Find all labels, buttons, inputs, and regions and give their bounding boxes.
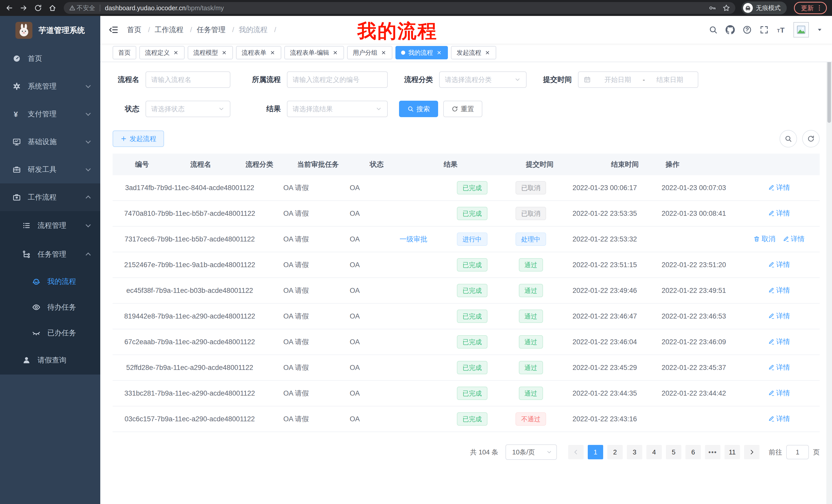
view-tab[interactable]: 发起流程 — [451, 46, 496, 59]
view-tab[interactable]: 流程表单 — [236, 46, 281, 59]
parent-process-input[interactable] — [287, 72, 388, 88]
sidebar-item[interactable]: 任务管理 — [0, 240, 100, 269]
address-bar[interactable]: 不安全 dashboard.yudao.iocoder.cn /bpm/task… — [64, 2, 735, 14]
detail-link[interactable]: 详情 — [768, 311, 790, 320]
bookmark-star-icon[interactable] — [723, 4, 730, 12]
annotation-overlay: 我的流程 — [357, 19, 438, 44]
reload-button[interactable] — [32, 2, 44, 14]
page-number-button[interactable]: 6 — [685, 445, 701, 459]
view-tab[interactable]: 流程表单-编辑 — [284, 46, 344, 59]
edit-icon — [768, 390, 775, 396]
column-header: 流程分类 — [230, 160, 289, 169]
view-tab[interactable]: 用户分组 — [347, 46, 392, 59]
gear-icon — [12, 82, 21, 91]
category-select[interactable]: 请选择流程分类 — [439, 72, 526, 88]
user-avatar[interactable] — [794, 22, 809, 37]
cell-process-name: OA 请假 — [267, 312, 325, 321]
edit-icon — [768, 184, 775, 191]
avatar-caret-icon[interactable] — [816, 27, 823, 33]
sidebar-item[interactable]: 我的流程 — [0, 269, 100, 295]
result-label: 结果 — [242, 104, 287, 114]
view-tab[interactable]: 流程定义 — [139, 46, 185, 59]
cell-end-time: 2022-01-22 23:51:20 — [649, 261, 738, 269]
next-page-button[interactable] — [744, 445, 759, 459]
divider — [100, 5, 100, 11]
goto-page-input[interactable] — [786, 445, 809, 459]
page-number-button[interactable]: 5 — [666, 445, 681, 459]
sidebar-item[interactable]: 流程管理 — [0, 211, 100, 240]
view-tab[interactable]: 流程模型 — [188, 46, 233, 59]
breadcrumb-item[interactable]: 我的流程 — [239, 26, 268, 34]
tab-label: 发起流程 — [457, 49, 481, 57]
detail-link[interactable]: 详情 — [768, 363, 790, 372]
app-logo-row[interactable]: 芋道管理系统 — [0, 16, 100, 45]
browser-menu-icon[interactable] — [816, 4, 823, 11]
fullscreen-icon[interactable] — [759, 25, 769, 34]
view-tab[interactable]: 我的流程 — [395, 46, 448, 59]
tab-close-icon[interactable] — [269, 50, 276, 56]
cancel-link[interactable]: 取消 — [753, 234, 775, 244]
tab-close-icon[interactable] — [332, 50, 338, 56]
breadcrumb-separator: / — [232, 26, 234, 34]
reset-button[interactable]: 重置 — [443, 101, 482, 117]
font-size-icon[interactable]: TT — [777, 25, 786, 34]
page-number-button[interactable]: ••• — [705, 445, 721, 459]
detail-link[interactable]: 详情 — [768, 183, 790, 192]
sidebar-collapse-button[interactable] — [108, 25, 119, 35]
process-name-input[interactable] — [146, 72, 230, 88]
tab-close-icon[interactable] — [381, 50, 387, 56]
detail-link[interactable]: 详情 — [768, 388, 790, 398]
tab-close-icon[interactable] — [436, 50, 442, 56]
prev-page-button[interactable] — [568, 445, 583, 459]
view-tab[interactable]: 首页 — [113, 46, 136, 59]
header-search-icon[interactable] — [709, 25, 718, 34]
result-select[interactable]: 请选择流结果 — [287, 101, 388, 117]
tab-close-icon[interactable] — [173, 50, 179, 56]
refresh-table-button[interactable] — [802, 130, 820, 147]
toggle-search-button[interactable] — [780, 130, 797, 147]
search-button[interactable]: 搜索 — [399, 101, 438, 117]
start-process-button[interactable]: 发起流程 — [113, 131, 164, 147]
status-select[interactable]: 请选择状态 — [146, 101, 230, 117]
detail-link[interactable]: 详情 — [768, 208, 790, 218]
sidebar-item[interactable]: 已办任务 — [0, 320, 100, 346]
page-number-button[interactable]: 3 — [627, 445, 642, 459]
page-number-button[interactable]: 11 — [725, 445, 740, 459]
detail-link[interactable]: 详情 — [768, 337, 790, 346]
detail-link[interactable]: 详情 — [768, 260, 790, 269]
page-number-button[interactable]: 4 — [646, 445, 662, 459]
column-header: 结束时间 — [584, 160, 666, 169]
breadcrumb-item[interactable]: 首页 — [127, 26, 141, 34]
detail-link[interactable]: 详情 — [783, 234, 805, 244]
submit-time-range-picker[interactable]: 开始日期 - 结束日期 — [578, 72, 698, 88]
back-button[interactable] — [3, 2, 16, 14]
browser-update-button[interactable]: 更新 — [794, 2, 827, 14]
forward-button[interactable] — [18, 2, 30, 14]
page-number-button[interactable]: 2 — [607, 445, 623, 459]
home-button[interactable] — [46, 2, 59, 14]
sidebar-item[interactable]: 工作流程 — [0, 184, 100, 211]
breadcrumb-item[interactable]: 工作流程 — [155, 26, 184, 34]
security-label[interactable]: 不安全 — [77, 4, 95, 12]
sidebar-item[interactable]: 请假查询 — [0, 346, 100, 374]
tab-close-icon[interactable] — [485, 50, 491, 56]
sidebar-item[interactable]: 基础设施 — [0, 128, 100, 156]
search-icon — [784, 135, 792, 143]
sidebar-item[interactable]: 系统管理 — [0, 73, 100, 100]
github-icon[interactable] — [726, 25, 735, 34]
page-size-select[interactable]: 10条/页 — [505, 444, 557, 460]
detail-link[interactable]: 详情 — [768, 414, 790, 423]
breadcrumb-item[interactable]: 任务管理 — [197, 26, 226, 34]
sidebar-item[interactable]: 待办任务 — [0, 295, 100, 320]
detail-link[interactable]: 详情 — [768, 286, 790, 295]
help-icon[interactable] — [743, 25, 752, 34]
page-number-button[interactable]: 1 — [588, 445, 603, 459]
tab-close-icon[interactable] — [221, 50, 227, 56]
current-task-link[interactable]: 一级审批 — [399, 235, 427, 243]
sidebar-item[interactable]: 研发工具 — [0, 156, 100, 184]
sidebar-item[interactable]: ¥ 支付管理 — [0, 100, 100, 128]
sidebar-item[interactable]: 首页 — [0, 45, 100, 73]
page-scrollbar[interactable] — [826, 16, 832, 504]
chevron-icon — [86, 138, 91, 144]
key-icon[interactable] — [709, 4, 716, 12]
